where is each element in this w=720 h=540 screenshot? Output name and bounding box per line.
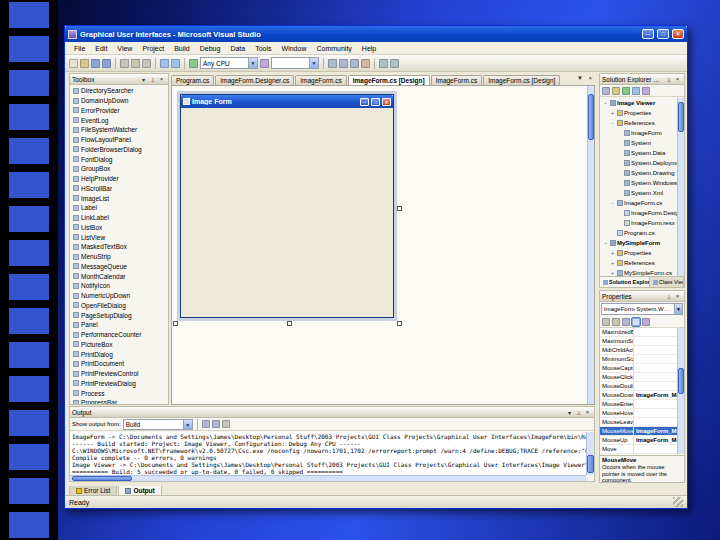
property-row[interactable]: MouseHover [600, 409, 677, 418]
tree-item[interactable]: + MySimpleForm.cs [600, 268, 677, 276]
toolbox-item[interactable]: FileSystemWatcher [70, 125, 168, 135]
property-value[interactable] [634, 337, 677, 345]
property-row[interactable]: MaximumSizeChanged [600, 337, 677, 346]
undo-icon[interactable] [160, 59, 169, 68]
property-value[interactable]: ImageForm_MouseDown [634, 391, 677, 399]
solution-explorer-header[interactable]: Solution Explorer - Solution 'Graphical … [600, 74, 684, 85]
property-row[interactable]: MouseEnter [600, 400, 677, 409]
menu-item[interactable]: Help [357, 44, 381, 53]
toolbox-item[interactable]: DirectorySearcher [70, 86, 168, 96]
clear-output-icon[interactable] [212, 420, 220, 428]
property-value[interactable] [634, 409, 677, 417]
toolbox-item[interactable]: FlowLayoutPanel [70, 135, 168, 145]
output-text[interactable]: ImageForm -> C:\Documents and Settings\J… [70, 432, 586, 475]
window-position-icon[interactable]: ▾ [565, 409, 574, 416]
property-value[interactable] [634, 400, 677, 408]
dock-tab[interactable]: Class View [650, 277, 684, 287]
tree-item[interactable]: System.Xml [600, 188, 677, 198]
tree-expander-icon[interactable]: - [609, 120, 616, 126]
chevron-down-icon[interactable]: ▼ [674, 304, 682, 314]
toolbox-item[interactable]: ListBox [70, 223, 168, 233]
scrollbar-thumb[interactable] [678, 102, 684, 132]
toolbox-item[interactable]: MaskedTextBox [70, 242, 168, 252]
refresh-icon[interactable] [622, 87, 630, 95]
output-source-combo[interactable]: Build ▼ [123, 419, 193, 430]
properties-header[interactable]: Properties ⊥ × [600, 291, 684, 302]
close-button[interactable]: ✕ [672, 29, 684, 39]
toolbox-item[interactable]: Label [70, 203, 168, 213]
chevron-down-icon[interactable]: ▼ [183, 420, 192, 429]
events-view-icon[interactable] [632, 318, 640, 326]
copy-icon[interactable] [131, 59, 140, 68]
toolbox-item[interactable]: FontDialog [70, 154, 168, 164]
object-browser-icon[interactable] [361, 59, 370, 68]
property-row[interactable]: MdiChildActivate [600, 346, 677, 355]
toolbox-item[interactable]: OpenFileDialog [70, 301, 168, 311]
tree-item[interactable]: + Properties [600, 108, 677, 118]
help-icon[interactable] [390, 59, 399, 68]
menu-item[interactable]: Tools [250, 44, 276, 53]
toolbox-item[interactable]: PrintDialog [70, 349, 168, 359]
property-value[interactable] [634, 382, 677, 390]
designed-form-titlebar[interactable]: Image Form ─ □ ✕ [181, 95, 393, 108]
resize-grip[interactable] [673, 497, 683, 507]
maximize-button[interactable]: □ [657, 29, 669, 39]
scrollbar-thumb[interactable] [587, 455, 594, 473]
tree-item[interactable]: - MySimpleForm [600, 238, 677, 248]
toolbox-item[interactable]: HScrollBar [70, 184, 168, 194]
output-header[interactable]: Output ▾ ⊥ × [70, 407, 594, 418]
document-tab[interactable]: ImageForm.cs [295, 75, 347, 85]
tree-item[interactable]: System.Deployment [600, 158, 677, 168]
tree-expander-icon[interactable]: - [602, 240, 609, 246]
property-value[interactable] [634, 445, 677, 453]
tree-expander-icon[interactable]: + [609, 250, 616, 256]
redo-icon[interactable] [171, 59, 180, 68]
view-designer-icon[interactable] [642, 87, 650, 95]
property-row[interactable]: MouseClick [600, 373, 677, 382]
tree-item[interactable]: + References [600, 258, 677, 268]
property-pages-icon[interactable] [642, 318, 650, 326]
auto-hide-pin-icon[interactable]: ⊥ [574, 409, 583, 416]
menu-item[interactable]: Data [225, 44, 250, 53]
menu-item[interactable]: Window [277, 44, 312, 53]
alphabetical-icon[interactable] [612, 318, 620, 326]
toolbox-header[interactable]: Toolbox ▾ ⊥ × [70, 74, 168, 85]
dock-tab[interactable]: Solution Explorer [600, 277, 650, 287]
toolbox-item[interactable]: PrintPreviewControl [70, 369, 168, 379]
tree-expander-icon[interactable]: + [609, 260, 616, 266]
property-row[interactable]: MouseLeave [600, 418, 677, 427]
scrollbar-thumb[interactable] [678, 368, 684, 394]
solution-explorer-scrollbar[interactable] [677, 98, 684, 276]
tree-item[interactable]: ImageForm.Designer.cs [600, 208, 677, 218]
toolbox-item[interactable]: ImageList [70, 193, 168, 203]
toolbox-item[interactable]: PictureBox [70, 340, 168, 350]
scrollbar-thumb[interactable] [72, 476, 132, 481]
property-row[interactable]: Move [600, 445, 677, 454]
find-combo[interactable]: ▼ [271, 57, 319, 69]
close-icon[interactable]: × [673, 293, 682, 299]
menu-item[interactable]: View [112, 44, 137, 53]
open-file-icon[interactable] [80, 59, 89, 68]
tab-list-chevron-icon[interactable]: ▼ [575, 75, 585, 81]
document-tab[interactable]: ImageForm.cs [Design] [348, 75, 430, 85]
toolbox-item[interactable]: MonthCalendar [70, 271, 168, 281]
designed-form[interactable]: Image Form ─ □ ✕ [180, 94, 394, 318]
toolbox-item[interactable]: Panel [70, 320, 168, 330]
tree-item[interactable]: System [600, 138, 677, 148]
property-value[interactable]: ImageForm_MouseMove [634, 427, 677, 435]
property-value[interactable]: ImageForm_MouseUp [634, 436, 677, 444]
property-row[interactable]: MouseUp ImageForm_MouseUp [600, 436, 677, 445]
properties-scrollbar[interactable] [677, 328, 684, 454]
property-value[interactable] [634, 418, 677, 426]
close-document-icon[interactable]: × [586, 75, 594, 81]
tree-item[interactable]: - ImageForm.cs [600, 198, 677, 208]
toolbox-item[interactable]: GroupBox [70, 164, 168, 174]
property-value[interactable] [634, 373, 677, 381]
property-row[interactable]: MouseDoubleClick [600, 382, 677, 391]
toolbox-item[interactable]: Process [70, 388, 168, 398]
tree-expander-icon[interactable]: + [609, 110, 616, 116]
toolbox-item[interactable]: PrintDocument [70, 359, 168, 369]
property-row[interactable]: MaximizedBounds [600, 328, 677, 337]
toolbox-item[interactable]: ErrorProvider [70, 106, 168, 116]
cut-icon[interactable] [120, 59, 129, 68]
